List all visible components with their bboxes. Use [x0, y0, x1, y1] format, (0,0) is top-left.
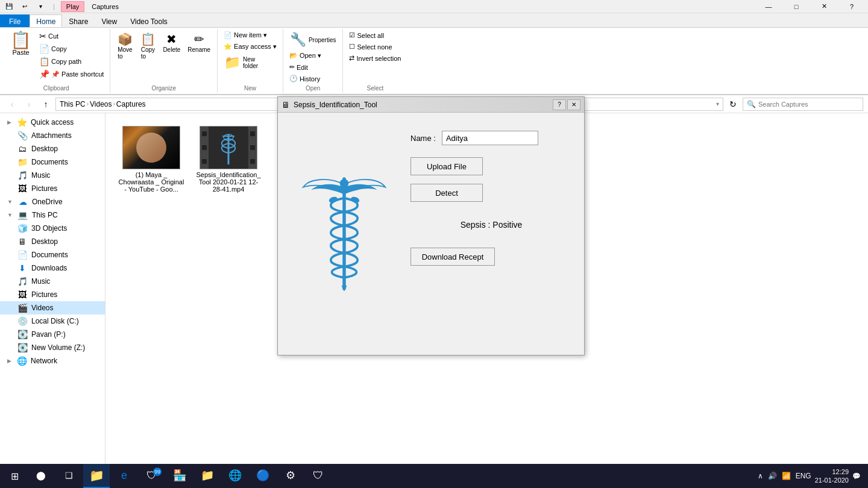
clock[interactable]: 12:29 21-01-2020: [815, 468, 849, 485]
move-label: Moveto: [118, 46, 132, 60]
downloads-label: Downloads: [31, 264, 67, 272]
sidebar-item-pictures[interactable]: 🖼 Pictures: [0, 288, 105, 301]
onedrive-icon: ☁: [17, 197, 28, 207]
move-to-button[interactable]: 📦 Moveto: [114, 30, 136, 61]
taskbar-folder[interactable]: 📁: [194, 464, 221, 488]
sidebar-item-attachments[interactable]: 📎 Attachments: [0, 129, 105, 142]
new-item-button[interactable]: 📄 New item ▾: [221, 30, 269, 40]
sidebar-item-localdisk[interactable]: 💿 Local Disk (C:): [0, 314, 105, 328]
forward-button[interactable]: ›: [22, 97, 36, 111]
taskbar-task-view[interactable]: ❑: [55, 464, 82, 488]
tray-network-icon[interactable]: 📶: [782, 472, 791, 480]
sidebar-item-music-qa[interactable]: 🎵 Music: [0, 169, 105, 182]
sidebar-item-desktop[interactable]: 🖥 Desktop: [0, 235, 105, 248]
list-item[interactable]: (1) Maya _ Chowraasta _ Original - YouTu…: [115, 123, 187, 196]
start-button[interactable]: ⊞: [2, 464, 27, 488]
virus-icon: 🛡: [313, 469, 324, 482]
history-button[interactable]: 🕐 History: [287, 74, 322, 84]
name-input[interactable]: [442, 131, 538, 145]
chromium-icon: 🔵: [256, 469, 269, 482]
sidebar-item-this-pc[interactable]: ▼ 💻 This PC: [0, 208, 105, 222]
open-icon: 📂: [289, 52, 298, 60]
delete-button[interactable]: ✖ Delete: [160, 30, 183, 55]
help-button[interactable]: ?: [838, 0, 866, 13]
taskbar-store[interactable]: 🏪: [166, 464, 193, 488]
paste-label: Paste: [12, 49, 29, 56]
taskbar-settings[interactable]: ⚙: [277, 464, 304, 488]
back-button[interactable]: ‹: [5, 97, 19, 111]
taskbar-chromium[interactable]: 🔵: [250, 464, 276, 488]
taskbar-search[interactable]: ⬤: [28, 464, 54, 488]
cut-button[interactable]: ✂ Cut: [37, 30, 106, 42]
tray-show-icons[interactable]: ∧: [758, 472, 763, 480]
button-group: Upload File Detect: [410, 157, 572, 202]
sidebar-item-documents[interactable]: 📄 Documents: [0, 248, 105, 261]
close-button[interactable]: ✕: [810, 0, 838, 13]
tab-video-tools[interactable]: Video Tools: [124, 14, 174, 27]
dialog-controls: ? ✕: [553, 99, 580, 110]
play-button[interactable]: Play: [61, 1, 84, 12]
new-folder-button[interactable]: 📁 Newfolder: [221, 53, 261, 72]
rename-button[interactable]: ✏ Rename: [184, 30, 213, 55]
edit-button[interactable]: ✏ Edit: [287, 62, 310, 72]
easy-access-button[interactable]: ⭐ Easy access ▾: [221, 42, 279, 52]
download-receipt-button[interactable]: Download Recept: [410, 248, 495, 266]
maximize-button[interactable]: □: [782, 0, 810, 13]
minimize-button[interactable]: —: [755, 0, 782, 13]
edit-label: Edit: [297, 64, 308, 71]
taskbar-chrome[interactable]: 🌐: [222, 464, 248, 488]
list-item[interactable]: Sepsis_Identification_Tool 2020-01-21 12…: [192, 123, 265, 196]
upload-file-button[interactable]: Upload File: [410, 157, 483, 175]
sidebar-item-newvolume[interactable]: 💽 New Volume (Z:): [0, 341, 105, 354]
search-input[interactable]: [758, 101, 859, 108]
sidebar-item-downloads[interactable]: ⬇ Downloads: [0, 261, 105, 275]
detect-button[interactable]: Detect: [410, 184, 483, 202]
tab-file[interactable]: File: [0, 14, 30, 27]
sidebar-item-documents-qa[interactable]: 📁 Documents: [0, 155, 105, 169]
paste-button[interactable]: 📋 Paste: [6, 30, 36, 58]
copy-to-button[interactable]: 📋 Copyto: [137, 30, 159, 61]
notification-icon[interactable]: 💬: [852, 472, 861, 480]
tray-volume-icon[interactable]: 🔊: [768, 472, 777, 480]
tab-view[interactable]: View: [95, 14, 124, 27]
qat-dropdown[interactable]: ▾: [34, 0, 47, 13]
organize-items: 📦 Moveto 📋 Copyto ✖ Delete ✏ Rename: [114, 30, 213, 84]
clipboard-small-buttons: ✂ Cut 📄 Copy 📋 Copy path 📌 📌 Paste short…: [37, 30, 106, 80]
sidebar-item-pictures-qa[interactable]: 🖼 Pictures: [0, 182, 105, 195]
up-button[interactable]: ↑: [39, 97, 53, 111]
taskbar-badge[interactable]: 🛡 99: [139, 464, 165, 488]
qat-undo[interactable]: ↩: [18, 0, 31, 13]
sidebar-item-music[interactable]: 🎵 Music: [0, 275, 105, 288]
invert-selection-button[interactable]: ⇄ Invert selection: [347, 53, 403, 63]
copy-button[interactable]: 📄 Copy: [37, 43, 106, 55]
qat-save[interactable]: 💾: [2, 0, 16, 13]
select-all-button[interactable]: ☑ Select all: [347, 30, 386, 40]
taskbar-virus[interactable]: 🛡: [305, 464, 332, 488]
properties-button[interactable]: 🔧 Properties: [287, 30, 339, 49]
sidebar-item-network[interactable]: ▶ 🌐 Network: [0, 354, 105, 368]
open-button[interactable]: 📂 Open ▾: [287, 51, 324, 61]
copy-path-button[interactable]: 📋 Copy path: [37, 55, 106, 67]
dialog-title-icon: 🖥: [281, 100, 290, 110]
refresh-button[interactable]: ↻: [726, 97, 740, 111]
sidebar-item-desktop-qa[interactable]: 🗂 Desktop: [0, 142, 105, 155]
dialog-title-content: 🖥 Sepsis_Identification_Tool: [281, 100, 377, 110]
sidebar-item-videos[interactable]: 🎬 Videos: [0, 301, 105, 314]
paste-shortcut-button[interactable]: 📌 📌 Paste shortcut: [37, 68, 106, 80]
dialog-close-button[interactable]: ✕: [567, 99, 580, 110]
sidebar-item-3dobjects[interactable]: 🧊 3D Objects: [0, 222, 105, 235]
ribbon-organize-group: 📦 Moveto 📋 Copyto ✖ Delete ✏ Rename Orga…: [110, 29, 218, 93]
select-none-button[interactable]: ☐ Select none: [347, 42, 394, 52]
invert-selection-icon: ⇄: [349, 54, 354, 62]
newvolume-label: New Volume (Z:): [31, 343, 85, 352]
sidebar-item-quick-access[interactable]: ▶ ⭐ Quick access: [0, 116, 105, 129]
taskbar-edge[interactable]: e: [111, 464, 137, 488]
sidebar-item-pavan[interactable]: 💽 Pavan (P:): [0, 328, 105, 341]
tab-home[interactable]: Home: [30, 14, 62, 27]
dialog-help-button[interactable]: ?: [553, 99, 566, 110]
taskbar-explorer[interactable]: 📁: [83, 464, 110, 488]
copy-path-label: Copy path: [51, 58, 81, 65]
network-label: Network: [31, 357, 57, 365]
tab-share[interactable]: Share: [62, 14, 95, 27]
sidebar-item-onedrive[interactable]: ▼ ☁ OneDrive: [0, 195, 105, 208]
